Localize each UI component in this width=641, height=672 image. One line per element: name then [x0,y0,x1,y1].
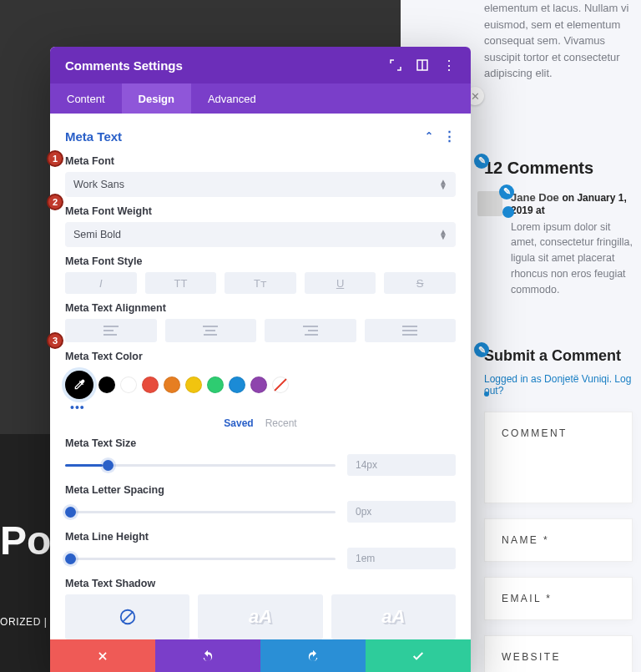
kebab-icon[interactable]: ⋮ [443,129,456,144]
shadow-option[interactable]: aA [331,594,456,639]
tab-design[interactable]: Design [122,83,191,114]
slider-meta-line[interactable] [65,558,336,560]
field-meta-weight: Meta Font Weight Semi Bold ▲▼ [50,200,471,250]
chevron-up-icon[interactable]: ⌃ [425,130,433,142]
section-meta-text[interactable]: Meta Text ⌃ ⋮ [50,122,471,150]
slider-meta-letter[interactable] [65,511,336,513]
annotation-2: 2 [47,194,63,210]
chevron-updown-icon: ▲▼ [439,179,447,189]
style-smallcaps-button[interactable]: Tᴛ [225,272,296,294]
modal-tabs: Content Design Advanced [50,83,471,114]
color-swatch[interactable] [229,376,245,393]
color-swatch[interactable] [98,376,115,393]
page-post-title-fragment: Po [0,518,51,563]
select-meta-weight-value: Semi Bold [73,229,121,240]
style-strike-button[interactable]: S [384,272,456,294]
field-meta-size: Meta Text Size 14px [50,432,471,479]
label-meta-letter: Meta Letter Spacing [65,484,456,496]
field-meta-shadow: Meta Text Shadow aA aA aA aA aA [50,573,471,639]
input-meta-letter[interactable]: 0px [347,501,456,523]
undo-button[interactable] [155,639,260,672]
tab-advanced[interactable]: Advanced [191,83,273,114]
style-uppercase-button[interactable]: TT [145,272,217,294]
select-meta-font[interactable]: Work Sans ▲▼ [65,172,456,197]
expand-icon[interactable] [389,58,402,72]
field-meta-line: Meta Line Height 1em [50,526,471,573]
shadow-option-none[interactable] [65,594,189,639]
tab-content[interactable]: Content [50,83,122,114]
pencil-icon[interactable] [502,206,514,218]
swatch-more-icon[interactable]: ••• [65,401,456,414]
layout-icon[interactable] [416,58,429,72]
comments-heading-text: 12 Comments [484,159,593,177]
select-meta-font-value: Work Sans [73,179,124,190]
comment-body-text: Lorem ipsum dolor sit amet, consectetur … [484,220,633,298]
input-meta-size[interactable]: 14px [347,454,456,476]
color-swatch[interactable] [207,376,224,393]
page-intro-text: elementum et lacus. Nullam vi euismod, s… [484,0,633,82]
select-meta-weight[interactable]: Semi Bold ▲▼ [65,222,456,247]
modal-body[interactable]: Meta Text ⌃ ⋮ Meta Font Work Sans ▲▼ Met… [50,114,471,639]
label-meta-line: Meta Line Height [65,531,456,543]
modal-footer [50,639,471,672]
label-meta-weight: Meta Font Weight [65,205,456,217]
modal-header[interactable]: Comments Settings ⋮ [50,47,471,83]
logged-in-text: Logged in as Donjetë Vuniqi. Log out? [484,373,633,397]
annotation-3: 3 [47,332,63,349]
style-italic-button[interactable]: I [65,272,137,294]
label-meta-size: Meta Text Size [65,437,456,449]
modal-title: Comments Settings [65,58,183,73]
page-post-meta-fragment: ORIZED | [0,616,48,628]
pencil-icon[interactable]: ✎ [499,184,514,200]
submit-comment-heading: ✎ Submit a Comment [484,347,633,365]
field-meta-font: Meta Font Work Sans ▲▼ [50,150,471,200]
logged-in-prefix: Logged in as [484,373,544,385]
logged-in-user[interactable]: Donjetë Vuniqi [544,373,609,385]
avatar [477,191,502,216]
slider-meta-size[interactable] [65,464,336,467]
label-meta-font: Meta Font [65,155,456,167]
chevron-updown-icon: ▲▼ [439,230,447,240]
color-swatch[interactable] [120,376,137,393]
field-meta-style: Meta Font Style I TT Tᴛ U S [50,250,471,297]
comment-author-row: ✎ Jane Dое on January 1, 2019 at [484,191,633,216]
color-swatch-none[interactable] [272,376,289,393]
save-button[interactable] [366,639,471,672]
submit-heading-text: Submit a Comment [484,347,621,364]
cancel-button[interactable] [50,639,155,672]
input-meta-line[interactable]: 1em [347,548,456,569]
align-right-button[interactable] [265,319,356,342]
align-center-button[interactable] [165,319,257,342]
kebab-icon[interactable]: ⋮ [442,58,456,72]
color-swatch[interactable] [142,376,159,393]
label-meta-shadow: Meta Text Shadow [65,578,456,589]
label-meta-align: Meta Text Alignment [65,302,456,314]
align-left-button[interactable] [65,319,157,342]
color-picker-button[interactable] [65,371,93,399]
label-meta-style: Meta Font Style [65,255,456,267]
color-swatch[interactable] [250,376,267,393]
section-title: Meta Text [65,129,122,144]
annotation-1: 1 [47,150,63,167]
field-meta-letter: Meta Letter Spacing 0px [50,479,471,526]
settings-modal: Comments Settings ⋮ Content Design Advan… [50,47,471,672]
comment-author-name: Jane Dое [511,191,559,204]
comments-heading: ✎ 12 Comments [484,159,633,178]
pencil-icon[interactable]: ✎ [474,154,489,169]
color-swatch[interactable] [185,376,202,393]
redo-button[interactable] [260,639,366,672]
website-input[interactable]: WEBSITE [484,635,633,672]
align-justify-button[interactable] [365,319,457,342]
page-right-column: elementum et lacus. Nullam vi euismod, s… [484,0,641,672]
field-meta-align: Meta Text Alignment [50,297,471,346]
label-meta-color: Meta Text Color [65,351,456,362]
name-input[interactable]: NAME * [484,518,633,562]
style-underline-button[interactable]: U [305,272,376,294]
comment-textarea[interactable]: COMMENT [484,412,633,503]
shadow-option[interactable]: aA [198,594,322,639]
swatch-tab-saved[interactable]: Saved [224,417,253,429]
color-swatch[interactable] [164,376,180,393]
email-input[interactable]: EMAIL * [484,577,633,620]
svg-line-3 [122,612,133,623]
swatch-tab-recent[interactable]: Recent [265,417,297,429]
